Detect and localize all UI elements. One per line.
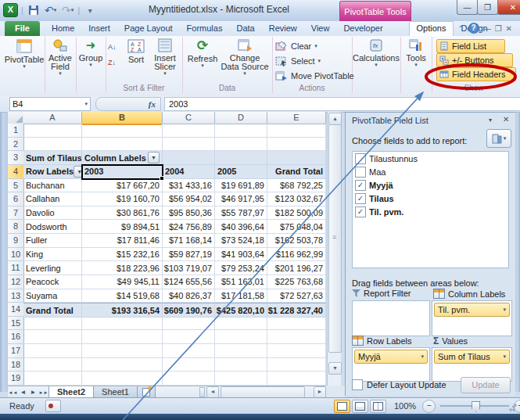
select-all-corner[interactable] <box>8 112 24 124</box>
cell[interactable] <box>23 372 82 386</box>
cell[interactable]: $116 962,99 <box>267 248 326 262</box>
cell[interactable] <box>163 151 215 165</box>
cell[interactable] <box>82 317 163 331</box>
clear-button[interactable]: Clear▾ <box>275 39 317 53</box>
page-break-view-button[interactable] <box>370 400 386 413</box>
area-field-item[interactable]: Til. pvm.▾ <box>434 303 510 317</box>
cell[interactable] <box>23 138 82 152</box>
cell[interactable]: $103 719,07 <box>163 261 215 275</box>
row-header-8[interactable]: 8 <box>8 220 24 234</box>
active-field-button[interactable]: Active Field ▾ <box>45 38 75 84</box>
cell[interactable] <box>267 330 326 344</box>
cell[interactable] <box>215 372 267 386</box>
zoom-out-button[interactable]: − <box>422 400 436 413</box>
cell[interactable]: Peacock <box>23 275 82 289</box>
last-sheet-button[interactable]: ►► <box>38 390 48 395</box>
row-labels-area[interactable]: Myyjä▾ <box>352 347 430 382</box>
cell[interactable]: $1 228 327,40 <box>267 303 326 318</box>
cell[interactable] <box>267 124 326 138</box>
minimize-button[interactable]: — <box>457 0 478 15</box>
cell[interactable]: $71 168,14 <box>163 234 215 248</box>
workbook-restore-button[interactable]: ❐ <box>495 24 502 33</box>
ribbon-tab-developer[interactable]: Developer <box>336 21 389 36</box>
ribbon-tab-options[interactable]: Options <box>409 21 454 36</box>
column-labels-area[interactable]: Til. pvm.▾ <box>432 300 512 336</box>
defer-layout-update-checkbox[interactable] <box>352 379 363 390</box>
horizontal-scroll-thumb[interactable] <box>221 386 305 398</box>
cell[interactable]: Fuller <box>23 234 82 248</box>
ribbon-tab-home[interactable]: Home <box>45 21 81 36</box>
close-button[interactable]: ✕ <box>497 0 520 15</box>
cell[interactable] <box>23 124 82 138</box>
row-header-13[interactable]: 13 <box>8 289 24 303</box>
row-header-12[interactable]: 12 <box>8 275 24 289</box>
cell[interactable] <box>267 151 326 165</box>
scroll-right-button[interactable]: ► <box>314 386 326 398</box>
help-button[interactable]: ? <box>468 23 479 34</box>
pivottable-button[interactable]: PivotTable ▾ <box>5 38 43 84</box>
field-checkbox[interactable]: ✓ <box>355 180 366 191</box>
field-checkbox[interactable]: ✓ <box>355 193 366 204</box>
row-header-9[interactable]: 9 <box>8 234 24 248</box>
cell[interactable] <box>163 330 215 344</box>
cell[interactable] <box>163 344 215 358</box>
row-header-5[interactable]: 5 <box>8 179 24 193</box>
row-header-16[interactable]: 16 <box>8 330 24 344</box>
next-sheet-button[interactable]: ► <box>28 389 38 396</box>
cell[interactable]: Davolio <box>23 206 82 221</box>
cell[interactable] <box>267 344 326 358</box>
cell[interactable]: Dodsworth <box>23 220 82 234</box>
row-header-1[interactable]: 1 <box>8 124 24 138</box>
cell[interactable]: Suyama <box>23 289 82 303</box>
sheet-tab-sheet1[interactable]: Sheet1 <box>93 386 138 398</box>
cell[interactable] <box>23 317 82 331</box>
cell[interactable] <box>267 358 326 372</box>
field-list-toggle-button[interactable]: Field List <box>436 39 505 53</box>
cell[interactable] <box>163 317 215 331</box>
panel-menu-button[interactable]: ▾ <box>489 117 492 124</box>
cell[interactable]: $59 827,19 <box>163 248 215 262</box>
qat-customize-button[interactable]: ▾ <box>83 4 97 17</box>
ribbon-tab-review[interactable]: Review <box>262 21 304 36</box>
cell[interactable] <box>215 317 267 331</box>
cell[interactable] <box>82 372 163 386</box>
cell[interactable]: $72 527,63 <box>267 289 326 303</box>
previous-sheet-button[interactable]: ◄ <box>18 389 28 396</box>
cell[interactable]: $55 787,97 <box>215 206 267 221</box>
cell[interactable]: King <box>23 248 82 262</box>
cell[interactable]: $41 903,64 <box>215 248 267 262</box>
cell[interactable] <box>215 151 267 165</box>
panel-close-button[interactable]: ✕ <box>503 115 509 124</box>
formula-content[interactable]: 2003 <box>164 97 520 111</box>
cell[interactable]: $30 861,76 <box>82 206 163 221</box>
row-header-17[interactable]: 17 <box>8 344 24 358</box>
cell[interactable]: Buchanan <box>23 179 82 193</box>
column-labels-filter-button[interactable]: ▼ <box>148 152 160 163</box>
cell[interactable]: $14 519,68 <box>82 289 163 303</box>
cell[interactable] <box>267 372 326 386</box>
row-header-4[interactable]: 4 <box>8 165 25 179</box>
cell[interactable]: 2005 <box>215 165 267 179</box>
scroll-left-button[interactable]: ◄ <box>206 386 219 398</box>
field-item-maa[interactable]: Maa <box>353 165 508 178</box>
row-header-19[interactable]: 19 <box>8 372 24 386</box>
cell[interactable]: $19 691,89 <box>215 179 267 193</box>
cell[interactable]: $201 196,27 <box>267 261 326 275</box>
cell[interactable]: Grand Total <box>267 165 326 179</box>
row-header-11[interactable]: 11 <box>8 261 24 275</box>
panel-layout-button[interactable]: ▾ <box>486 129 511 148</box>
field-checkbox[interactable] <box>355 167 366 178</box>
cell[interactable] <box>215 138 267 152</box>
ribbon-tab-data[interactable]: Data <box>229 21 261 36</box>
cell[interactable]: $162 503,78 <box>267 234 326 248</box>
field-item-myyj-[interactable]: ✓Myyjä <box>353 178 508 192</box>
cell[interactable]: $17 181,58 <box>215 289 267 303</box>
row-header-2[interactable]: 2 <box>8 138 24 152</box>
undo-button[interactable]: ↶▾ <box>44 4 58 17</box>
cell[interactable] <box>82 330 163 344</box>
first-sheet-button[interactable]: ◄◄ <box>8 390 18 395</box>
vertical-scrollbar[interactable]: ▲ ▼ <box>327 112 341 386</box>
column-header-a[interactable]: A <box>23 112 82 124</box>
workbook-minimize-button[interactable]: — <box>483 24 491 33</box>
insert-function-button[interactable]: fx <box>95 97 161 111</box>
